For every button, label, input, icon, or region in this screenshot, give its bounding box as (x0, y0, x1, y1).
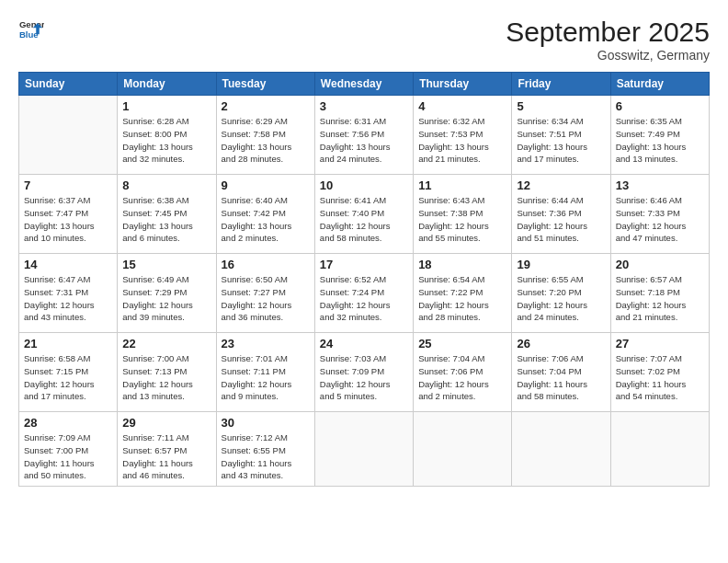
day-info: Sunrise: 6:50 AM Sunset: 7:27 PM Dayligh… (222, 273, 310, 324)
table-row: 30Sunrise: 7:12 AM Sunset: 6:55 PM Dayli… (216, 412, 314, 487)
title-block: September 2025 Gosswitz, Germany (506, 17, 710, 63)
header-thursday: Thursday (414, 73, 512, 96)
day-info: Sunrise: 6:46 AM Sunset: 7:33 PM Dayligh… (616, 194, 704, 245)
table-row: 7Sunrise: 6:37 AM Sunset: 7:47 PM Daylig… (19, 175, 118, 254)
day-number: 21 (24, 337, 112, 350)
table-row: 1Sunrise: 6:28 AM Sunset: 8:00 PM Daylig… (118, 96, 216, 175)
table-row: 20Sunrise: 6:57 AM Sunset: 7:18 PM Dayli… (610, 254, 709, 333)
month-title: September 2025 (506, 17, 710, 48)
day-info: Sunrise: 6:57 AM Sunset: 7:18 PM Dayligh… (616, 273, 704, 324)
day-info: Sunrise: 6:40 AM Sunset: 7:42 PM Dayligh… (222, 194, 310, 245)
day-info: Sunrise: 7:03 AM Sunset: 7:09 PM Dayligh… (320, 352, 408, 403)
day-number: 17 (320, 258, 408, 271)
day-info: Sunrise: 6:41 AM Sunset: 7:40 PM Dayligh… (320, 194, 408, 245)
table-row: 14Sunrise: 6:47 AM Sunset: 7:31 PM Dayli… (19, 254, 118, 333)
table-row: 4Sunrise: 6:32 AM Sunset: 7:53 PM Daylig… (414, 96, 512, 175)
table-row: 17Sunrise: 6:52 AM Sunset: 7:24 PM Dayli… (314, 254, 413, 333)
day-info: Sunrise: 6:52 AM Sunset: 7:24 PM Dayligh… (320, 273, 408, 324)
table-row: 12Sunrise: 6:44 AM Sunset: 7:36 PM Dayli… (512, 175, 610, 254)
day-info: Sunrise: 7:12 AM Sunset: 6:55 PM Dayligh… (222, 431, 310, 482)
table-row: 26Sunrise: 7:06 AM Sunset: 7:04 PM Dayli… (512, 333, 610, 412)
table-row: 29Sunrise: 7:11 AM Sunset: 6:57 PM Dayli… (118, 412, 216, 487)
table-row: 19Sunrise: 6:55 AM Sunset: 7:20 PM Dayli… (512, 254, 610, 333)
day-number: 5 (517, 99, 605, 113)
day-info: Sunrise: 6:31 AM Sunset: 7:56 PM Dayligh… (320, 115, 408, 166)
table-row: 3Sunrise: 6:31 AM Sunset: 7:56 PM Daylig… (314, 96, 413, 175)
table-row: 28Sunrise: 7:09 AM Sunset: 7:00 PM Dayli… (19, 412, 118, 487)
table-row: 24Sunrise: 7:03 AM Sunset: 7:09 PM Dayli… (314, 333, 413, 412)
day-number: 8 (122, 178, 210, 192)
day-number: 26 (517, 337, 605, 350)
table-row (512, 412, 610, 487)
day-number: 19 (517, 258, 605, 271)
table-row: 15Sunrise: 6:49 AM Sunset: 7:29 PM Dayli… (118, 254, 216, 333)
day-info: Sunrise: 6:49 AM Sunset: 7:29 PM Dayligh… (122, 273, 210, 324)
table-row: 10Sunrise: 6:41 AM Sunset: 7:40 PM Dayli… (314, 175, 413, 254)
day-info: Sunrise: 6:55 AM Sunset: 7:20 PM Dayligh… (517, 273, 605, 324)
table-row: 11Sunrise: 6:43 AM Sunset: 7:38 PM Dayli… (414, 175, 512, 254)
day-info: Sunrise: 6:43 AM Sunset: 7:38 PM Dayligh… (418, 194, 506, 245)
day-number: 4 (418, 99, 506, 113)
day-number: 11 (418, 178, 506, 192)
day-number: 25 (418, 337, 506, 350)
table-row: 8Sunrise: 6:38 AM Sunset: 7:45 PM Daylig… (118, 175, 216, 254)
day-number: 20 (616, 258, 704, 271)
day-number: 9 (222, 178, 310, 192)
header-monday: Monday (118, 73, 216, 96)
day-number: 3 (320, 99, 408, 113)
day-number: 18 (418, 258, 506, 271)
table-row (414, 412, 512, 487)
day-info: Sunrise: 6:35 AM Sunset: 7:49 PM Dayligh… (616, 115, 704, 166)
day-info: Sunrise: 7:07 AM Sunset: 7:02 PM Dayligh… (616, 352, 704, 403)
day-number: 6 (616, 99, 704, 113)
day-info: Sunrise: 7:09 AM Sunset: 7:00 PM Dayligh… (24, 431, 112, 482)
day-number: 16 (222, 258, 310, 271)
day-info: Sunrise: 6:44 AM Sunset: 7:36 PM Dayligh… (517, 194, 605, 245)
weekday-header-row: Sunday Monday Tuesday Wednesday Thursday… (19, 73, 710, 96)
day-number: 29 (122, 416, 210, 430)
table-row: 9Sunrise: 6:40 AM Sunset: 7:42 PM Daylig… (216, 175, 314, 254)
day-number: 28 (24, 416, 112, 430)
table-row (19, 96, 118, 175)
svg-text:General: General (19, 19, 44, 29)
calendar-table: Sunday Monday Tuesday Wednesday Thursday… (18, 72, 710, 487)
header: General Blue September 2025 Gosswitz, Ge… (18, 17, 710, 63)
table-row: 22Sunrise: 7:00 AM Sunset: 7:13 PM Dayli… (118, 333, 216, 412)
day-info: Sunrise: 7:04 AM Sunset: 7:06 PM Dayligh… (418, 352, 506, 403)
day-info: Sunrise: 6:28 AM Sunset: 8:00 PM Dayligh… (122, 115, 210, 166)
table-row: 23Sunrise: 7:01 AM Sunset: 7:11 PM Dayli… (216, 333, 314, 412)
day-number: 13 (616, 178, 704, 192)
day-info: Sunrise: 7:00 AM Sunset: 7:13 PM Dayligh… (122, 352, 210, 403)
table-row (314, 412, 413, 487)
table-row: 2Sunrise: 6:29 AM Sunset: 7:58 PM Daylig… (216, 96, 314, 175)
logo-icon: General Blue (18, 17, 44, 42)
table-row: 16Sunrise: 6:50 AM Sunset: 7:27 PM Dayli… (216, 254, 314, 333)
table-row: 21Sunrise: 6:58 AM Sunset: 7:15 PM Dayli… (19, 333, 118, 412)
table-row: 6Sunrise: 6:35 AM Sunset: 7:49 PM Daylig… (610, 96, 709, 175)
day-number: 15 (122, 258, 210, 271)
day-number: 27 (616, 337, 704, 350)
table-row: 18Sunrise: 6:54 AM Sunset: 7:22 PM Dayli… (414, 254, 512, 333)
day-number: 2 (222, 99, 310, 113)
logo: General Blue (18, 17, 44, 42)
day-info: Sunrise: 6:58 AM Sunset: 7:15 PM Dayligh… (24, 352, 112, 403)
day-number: 24 (320, 337, 408, 350)
day-info: Sunrise: 6:34 AM Sunset: 7:51 PM Dayligh… (517, 115, 605, 166)
header-sunday: Sunday (19, 73, 118, 96)
day-number: 22 (122, 337, 210, 350)
day-number: 30 (222, 416, 310, 430)
header-wednesday: Wednesday (314, 73, 413, 96)
day-number: 14 (24, 258, 112, 271)
day-info: Sunrise: 6:29 AM Sunset: 7:58 PM Dayligh… (222, 115, 310, 166)
day-info: Sunrise: 7:01 AM Sunset: 7:11 PM Dayligh… (222, 352, 310, 403)
day-info: Sunrise: 6:47 AM Sunset: 7:31 PM Dayligh… (24, 273, 112, 324)
header-saturday: Saturday (610, 73, 709, 96)
table-row: 27Sunrise: 7:07 AM Sunset: 7:02 PM Dayli… (610, 333, 709, 412)
day-info: Sunrise: 6:38 AM Sunset: 7:45 PM Dayligh… (122, 194, 210, 245)
table-row: 13Sunrise: 6:46 AM Sunset: 7:33 PM Dayli… (610, 175, 709, 254)
day-info: Sunrise: 6:32 AM Sunset: 7:53 PM Dayligh… (418, 115, 506, 166)
day-info: Sunrise: 6:54 AM Sunset: 7:22 PM Dayligh… (418, 273, 506, 324)
day-number: 1 (122, 99, 210, 113)
day-info: Sunrise: 6:37 AM Sunset: 7:47 PM Dayligh… (24, 194, 112, 245)
header-tuesday: Tuesday (216, 73, 314, 96)
